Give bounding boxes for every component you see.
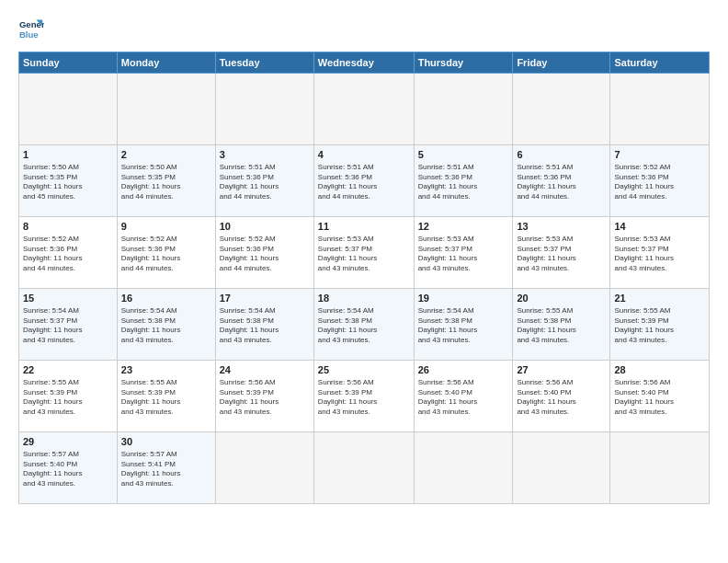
- day-number: 10: [220, 220, 310, 234]
- calendar-cell: [610, 74, 710, 145]
- day-number: 8: [23, 220, 113, 234]
- calendar-cell: 2Sunrise: 5:50 AM Sunset: 5:35 PM Daylig…: [117, 145, 215, 217]
- calendar-cell: 20Sunrise: 5:55 AM Sunset: 5:38 PM Dayli…: [513, 289, 610, 361]
- day-number: 17: [220, 292, 310, 305]
- day-number: 18: [318, 292, 410, 305]
- day-info: Sunrise: 5:56 AM Sunset: 5:40 PM Dayligh…: [517, 378, 575, 416]
- calendar-cell: 28Sunrise: 5:56 AM Sunset: 5:40 PM Dayli…: [610, 361, 710, 432]
- day-info: Sunrise: 5:54 AM Sunset: 5:37 PM Dayligh…: [23, 306, 82, 344]
- page-header: General Blue: [18, 17, 710, 42]
- day-number: 20: [517, 292, 606, 305]
- calendar-cell: 18Sunrise: 5:54 AM Sunset: 5:38 PM Dayli…: [313, 289, 414, 361]
- day-number: 30: [121, 435, 211, 449]
- logo: General Blue: [18, 17, 48, 42]
- calendar-page: General Blue SundayMondayTuesdayWednesda…: [0, 0, 728, 563]
- calendar-cell: 27Sunrise: 5:56 AM Sunset: 5:40 PM Dayli…: [513, 361, 610, 432]
- day-number: 3: [220, 148, 310, 162]
- day-info: Sunrise: 5:55 AM Sunset: 5:39 PM Dayligh…: [23, 378, 82, 416]
- day-info: Sunrise: 5:54 AM Sunset: 5:38 PM Dayligh…: [220, 306, 279, 344]
- day-number: 29: [23, 435, 113, 449]
- calendar-cell: [19, 74, 118, 145]
- calendar-cell: 11Sunrise: 5:53 AM Sunset: 5:37 PM Dayli…: [313, 217, 414, 289]
- svg-text:Blue: Blue: [19, 29, 39, 40]
- day-info: Sunrise: 5:53 AM Sunset: 5:37 PM Dayligh…: [517, 235, 575, 272]
- calendar-cell: 24Sunrise: 5:56 AM Sunset: 5:39 PM Dayli…: [215, 361, 313, 432]
- day-number: 27: [517, 363, 606, 377]
- calendar-cell: 30Sunrise: 5:57 AM Sunset: 5:41 PM Dayli…: [117, 432, 215, 504]
- day-number: 14: [614, 220, 705, 234]
- weekday-header: Wednesday: [313, 52, 414, 74]
- day-info: Sunrise: 5:52 AM Sunset: 5:36 PM Dayligh…: [121, 235, 180, 272]
- calendar-cell: 15Sunrise: 5:54 AM Sunset: 5:37 PM Dayli…: [19, 289, 118, 361]
- day-info: Sunrise: 5:53 AM Sunset: 5:37 PM Dayligh…: [318, 235, 377, 272]
- day-info: Sunrise: 5:51 AM Sunset: 5:36 PM Dayligh…: [318, 163, 377, 201]
- day-info: Sunrise: 5:51 AM Sunset: 5:36 PM Dayligh…: [220, 163, 279, 201]
- day-info: Sunrise: 5:52 AM Sunset: 5:36 PM Dayligh…: [614, 163, 673, 201]
- calendar-cell: 17Sunrise: 5:54 AM Sunset: 5:38 PM Dayli…: [215, 289, 313, 361]
- calendar-week-row: 29Sunrise: 5:57 AM Sunset: 5:40 PM Dayli…: [19, 432, 710, 504]
- weekday-header: Sunday: [19, 52, 118, 74]
- day-number: 19: [418, 292, 509, 305]
- day-info: Sunrise: 5:55 AM Sunset: 5:39 PM Dayligh…: [614, 306, 673, 344]
- day-number: 16: [121, 292, 211, 305]
- calendar-cell: 21Sunrise: 5:55 AM Sunset: 5:39 PM Dayli…: [610, 289, 710, 361]
- day-info: Sunrise: 5:50 AM Sunset: 5:35 PM Dayligh…: [23, 163, 82, 201]
- calendar-week-row: 8Sunrise: 5:52 AM Sunset: 5:36 PM Daylig…: [19, 217, 710, 289]
- calendar-cell: [610, 432, 710, 504]
- day-number: 23: [121, 363, 211, 377]
- day-info: Sunrise: 5:56 AM Sunset: 5:40 PM Dayligh…: [614, 378, 673, 416]
- calendar-cell: 23Sunrise: 5:55 AM Sunset: 5:39 PM Dayli…: [117, 361, 215, 432]
- day-info: Sunrise: 5:53 AM Sunset: 5:37 PM Dayligh…: [614, 235, 673, 272]
- calendar-cell: [513, 432, 610, 504]
- calendar-cell: 1Sunrise: 5:50 AM Sunset: 5:35 PM Daylig…: [19, 145, 118, 217]
- day-info: Sunrise: 5:53 AM Sunset: 5:37 PM Dayligh…: [418, 235, 477, 272]
- day-number: 11: [318, 220, 410, 234]
- day-number: 21: [614, 292, 705, 305]
- calendar-cell: 10Sunrise: 5:52 AM Sunset: 5:36 PM Dayli…: [215, 217, 313, 289]
- day-number: 26: [418, 363, 509, 377]
- day-info: Sunrise: 5:56 AM Sunset: 5:40 PM Dayligh…: [418, 378, 477, 416]
- calendar-cell: 4Sunrise: 5:51 AM Sunset: 5:36 PM Daylig…: [313, 145, 414, 217]
- calendar-table: SundayMondayTuesdayWednesdayThursdayFrid…: [18, 52, 710, 504]
- day-number: 9: [121, 220, 211, 234]
- day-number: 2: [121, 148, 211, 162]
- day-number: 6: [517, 148, 606, 162]
- calendar-cell: 8Sunrise: 5:52 AM Sunset: 5:36 PM Daylig…: [19, 217, 118, 289]
- calendar-cell: 29Sunrise: 5:57 AM Sunset: 5:40 PM Dayli…: [19, 432, 118, 504]
- day-info: Sunrise: 5:51 AM Sunset: 5:36 PM Dayligh…: [517, 163, 575, 201]
- calendar-cell: 25Sunrise: 5:56 AM Sunset: 5:39 PM Dayli…: [313, 361, 414, 432]
- day-info: Sunrise: 5:52 AM Sunset: 5:36 PM Dayligh…: [23, 235, 82, 272]
- day-number: 25: [318, 363, 410, 377]
- calendar-cell: 19Sunrise: 5:54 AM Sunset: 5:38 PM Dayli…: [414, 289, 513, 361]
- weekday-header: Monday: [117, 52, 215, 74]
- calendar-cell: 3Sunrise: 5:51 AM Sunset: 5:36 PM Daylig…: [215, 145, 313, 217]
- day-info: Sunrise: 5:54 AM Sunset: 5:38 PM Dayligh…: [121, 306, 180, 344]
- day-number: 22: [23, 363, 113, 377]
- day-info: Sunrise: 5:57 AM Sunset: 5:41 PM Dayligh…: [121, 450, 180, 488]
- calendar-cell: 6Sunrise: 5:51 AM Sunset: 5:36 PM Daylig…: [513, 145, 610, 217]
- day-number: 12: [418, 220, 509, 234]
- day-info: Sunrise: 5:55 AM Sunset: 5:39 PM Dayligh…: [121, 378, 180, 416]
- calendar-cell: [117, 74, 215, 145]
- weekday-header: Friday: [513, 52, 610, 74]
- calendar-cell: 26Sunrise: 5:56 AM Sunset: 5:40 PM Dayli…: [414, 361, 513, 432]
- calendar-cell: 5Sunrise: 5:51 AM Sunset: 5:36 PM Daylig…: [414, 145, 513, 217]
- calendar-cell: [414, 74, 513, 145]
- calendar-week-row: 15Sunrise: 5:54 AM Sunset: 5:37 PM Dayli…: [19, 289, 710, 361]
- day-info: Sunrise: 5:54 AM Sunset: 5:38 PM Dayligh…: [318, 306, 377, 344]
- calendar-week-row: 22Sunrise: 5:55 AM Sunset: 5:39 PM Dayli…: [19, 361, 710, 432]
- day-number: 15: [23, 292, 113, 305]
- calendar-cell: 13Sunrise: 5:53 AM Sunset: 5:37 PM Dayli…: [513, 217, 610, 289]
- day-number: 1: [23, 148, 113, 162]
- calendar-cell: [313, 74, 414, 145]
- day-info: Sunrise: 5:54 AM Sunset: 5:38 PM Dayligh…: [418, 306, 477, 344]
- calendar-week-row: 1Sunrise: 5:50 AM Sunset: 5:35 PM Daylig…: [19, 145, 710, 217]
- day-number: 13: [517, 220, 606, 234]
- calendar-header-row: SundayMondayTuesdayWednesdayThursdayFrid…: [19, 52, 710, 74]
- calendar-week-row: [19, 74, 710, 145]
- calendar-cell: [215, 432, 313, 504]
- calendar-cell: [313, 432, 414, 504]
- day-info: Sunrise: 5:56 AM Sunset: 5:39 PM Dayligh…: [220, 378, 279, 416]
- day-info: Sunrise: 5:57 AM Sunset: 5:40 PM Dayligh…: [23, 450, 82, 488]
- calendar-cell: 12Sunrise: 5:53 AM Sunset: 5:37 PM Dayli…: [414, 217, 513, 289]
